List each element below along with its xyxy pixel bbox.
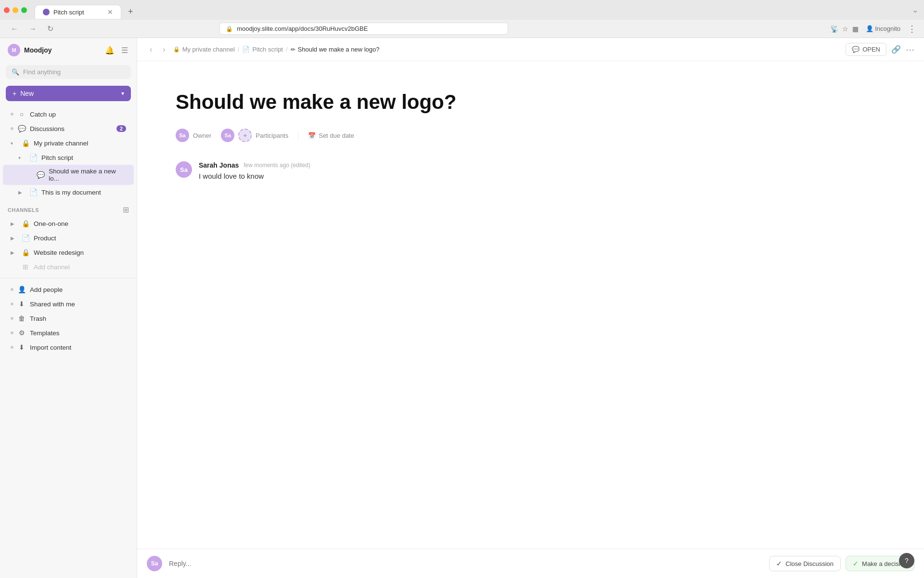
product-icon: 📄: [21, 234, 30, 242]
close-discussion-btn[interactable]: ✓ Close Discussion: [769, 556, 841, 571]
workspace-avatar: M: [8, 44, 20, 56]
discussions-icon: 💬: [17, 124, 26, 133]
breadcrumb-discussion[interactable]: ✏ Should we make a new logo?: [291, 46, 380, 53]
tab-close-btn[interactable]: ✕: [107, 8, 113, 16]
nav-item-discussions[interactable]: 💬 Discussions 2: [3, 121, 134, 136]
templates-label: Templates: [30, 329, 60, 337]
close-window-btn[interactable]: [4, 7, 10, 13]
nav-item-trash[interactable]: 🗑 Trash: [3, 311, 134, 326]
help-btn[interactable]: ?: [899, 553, 914, 568]
participants-label: Participants: [256, 132, 288, 139]
catchup-dot: [11, 113, 13, 116]
back-btn[interactable]: ←: [8, 24, 21, 34]
discussion-meta: Sa Owner Sa + Participants 📅 Set due dat…: [176, 129, 886, 142]
nav-item-add-channel[interactable]: ⊞ Add channel: [3, 260, 134, 274]
nav-item-product[interactable]: ▶ 📄 Product: [3, 231, 134, 245]
due-date-label: Set due date: [319, 132, 354, 139]
breadcrumb-doc-label: Pitch script: [252, 46, 283, 53]
address-input[interactable]: 🔒 moodjoy.slite.com/app/docs/30RuHuvcv2b…: [219, 23, 508, 35]
nav-item-pitch-script[interactable]: ▾ 📄 Pitch script: [3, 150, 134, 165]
trash-label: Trash: [30, 315, 46, 322]
nav-item-website-redesign[interactable]: ▶ 🔒 Website redesign: [3, 245, 134, 260]
pitch-script-icon: 📄: [29, 153, 38, 162]
message-time: few moments ago (edited): [244, 162, 310, 169]
one-on-one-lock-icon: 🔒: [21, 219, 30, 228]
discussions-label: Discussions: [30, 125, 64, 132]
new-button[interactable]: + New ▾: [6, 86, 131, 101]
more-options-btn[interactable]: ⋯: [906, 44, 914, 55]
calendar-icon: 📅: [308, 132, 316, 139]
breadcrumb-channel[interactable]: 🔒 My private channel: [173, 46, 235, 53]
pitch-script-label: Pitch script: [41, 154, 73, 161]
notifications-btn[interactable]: 🔔: [104, 45, 116, 56]
nav-item-catchup[interactable]: ○ Catch up: [3, 107, 134, 121]
open-btn[interactable]: 💬 OPEN: [846, 43, 886, 56]
search-bar[interactable]: 🔍 Find anything: [6, 65, 131, 79]
due-date-btn[interactable]: 📅 Set due date: [308, 132, 354, 139]
my-document-chevron: ▶: [18, 190, 25, 195]
active-tab[interactable]: Pitch script ✕: [35, 5, 121, 19]
trash-dot: [11, 317, 13, 320]
profile-icon[interactable]: 👤 Incognito: [862, 24, 904, 34]
participants-group: Sa + Participants: [221, 129, 288, 142]
owner-avatar: Sa: [176, 129, 189, 142]
discussion-content: Should we make a new logo? Sa Owner Sa +…: [137, 61, 924, 549]
website-redesign-lock-icon: 🔒: [21, 248, 30, 257]
nav-item-one-on-one[interactable]: ▶ 🔒 One-on-one: [3, 216, 134, 231]
nav-item-shared-with-me[interactable]: ⬇ Shared with me: [3, 297, 134, 311]
nav-item-add-people[interactable]: 👤 Add people: [3, 282, 134, 297]
reload-btn[interactable]: ↻: [44, 23, 56, 34]
product-label: Product: [34, 235, 56, 242]
add-people-icon: 👤: [17, 285, 26, 294]
message-header: Sarah Jonas few moments ago (edited): [199, 161, 886, 169]
discussions-badge: 2: [116, 125, 126, 132]
add-channel-label: Add channel: [34, 263, 70, 271]
shared-label: Shared with me: [30, 301, 75, 308]
reply-input[interactable]: [169, 560, 762, 567]
private-channel-chevron: ▾: [11, 141, 17, 146]
new-button-label: New: [20, 90, 34, 97]
maximize-window-btn[interactable]: [21, 7, 27, 13]
add-channel-section-btn[interactable]: ⊞: [123, 205, 129, 214]
add-channel-icon: ⊞: [21, 263, 30, 271]
sidebar-divider: [0, 278, 137, 278]
collapse-sidebar-btn[interactable]: ☰: [120, 45, 129, 56]
message-item: Sa Sarah Jonas few moments ago (edited) …: [176, 161, 886, 182]
nav-item-templates[interactable]: ⚙ Templates: [3, 326, 134, 340]
back-nav-btn[interactable]: ‹: [147, 44, 155, 55]
make-decision-icon: ✓: [853, 560, 859, 567]
templates-icon: ⚙: [17, 328, 26, 337]
trash-icon: 🗑: [17, 314, 26, 323]
copy-link-btn[interactable]: 🔗: [891, 45, 901, 54]
templates-dot: [11, 331, 13, 334]
one-on-one-label: One-on-one: [34, 220, 68, 227]
sidebar-toggle-icon[interactable]: ▦: [852, 25, 859, 33]
add-participant-btn[interactable]: +: [238, 129, 252, 142]
nav-item-private-channel[interactable]: ▾ 🔒 My private channel: [3, 136, 134, 150]
reply-actions: ✓ Close Discussion ✓ Make a decision: [769, 556, 914, 571]
nav-item-discussion-active[interactable]: 💬 Should we make a new lo...: [3, 165, 134, 185]
url-text: moodjoy.slite.com/app/docs/30RuHuvcv2bGB…: [237, 25, 368, 32]
forward-btn[interactable]: →: [26, 24, 39, 34]
active-discussion-label: Should we make a new lo...: [49, 168, 126, 182]
breadcrumb-doc[interactable]: 📄 Pitch script: [242, 46, 283, 53]
workspace-name: M Moodjoy: [8, 44, 52, 56]
new-tab-btn[interactable]: +: [123, 4, 138, 20]
minimize-window-btn[interactable]: [13, 7, 18, 13]
breadcrumb-doc-icon: 📄: [242, 46, 250, 53]
participant-avatar: Sa: [221, 129, 234, 142]
tab-overflow-btn[interactable]: ⌄: [906, 1, 924, 18]
new-icon: +: [13, 90, 16, 97]
cast-icon[interactable]: 📡: [830, 25, 838, 33]
nav-item-import[interactable]: ⬇ Import content: [3, 340, 134, 355]
reply-bar: Sa ✓ Close Discussion ✓ Make a decision: [137, 549, 924, 578]
search-icon: 🔍: [12, 68, 19, 76]
menu-icon[interactable]: ⋮: [908, 24, 916, 34]
bookmark-icon[interactable]: ☆: [842, 25, 848, 33]
reply-avatar: Sa: [147, 556, 162, 571]
website-redesign-chevron: ▶: [11, 250, 17, 255]
forward-nav-btn[interactable]: ›: [160, 44, 168, 55]
nav-item-my-document[interactable]: ▶ 📄 This is my document: [3, 185, 134, 199]
private-channel-lock-icon: 🔒: [21, 139, 30, 147]
tab-title: Pitch script: [53, 9, 84, 16]
